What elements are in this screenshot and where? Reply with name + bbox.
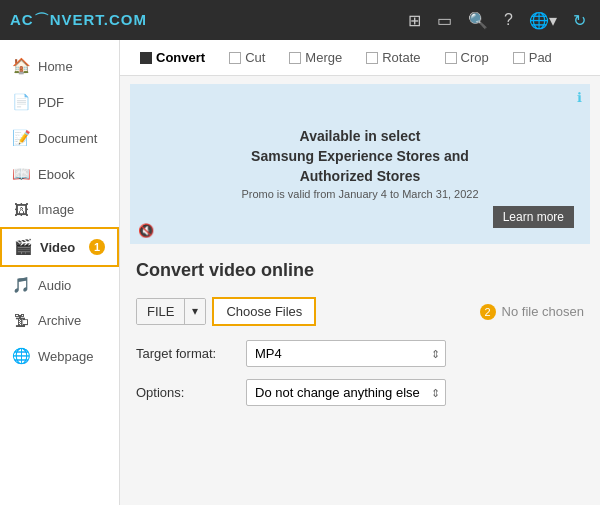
tab-crop[interactable]: Crop — [435, 46, 499, 69]
ebook-icon: 📖 — [12, 165, 30, 183]
page-title: Convert video online — [136, 260, 584, 281]
logo-text-ac: AC — [10, 11, 34, 28]
sidebar-item-pdf[interactable]: 📄 PDF — [0, 84, 119, 120]
file-btn-group: FILE ▾ — [136, 298, 206, 325]
sidebar-item-image[interactable]: 🖼 Image — [0, 192, 119, 227]
logo-wave: ⌒ — [34, 11, 50, 28]
site-logo: AC⌒NVERT.COM — [10, 11, 147, 30]
choose-files-button[interactable]: Choose Files — [212, 297, 316, 326]
tab-rotate[interactable]: Rotate — [356, 46, 430, 69]
sidebar-item-audio[interactable]: 🎵 Audio — [0, 267, 119, 303]
ad-subtitle: Promo is valid from January 4 to March 3… — [241, 188, 478, 200]
sidebar-item-label: Audio — [38, 278, 71, 293]
ad-learn-more-button[interactable]: Learn more — [493, 206, 574, 228]
sidebar-item-ebook[interactable]: 📖 Ebook — [0, 156, 119, 192]
tab-label-merge: Merge — [305, 50, 342, 65]
target-format-row: Target format: MP4 AVI MOV MKV WMV FLV — [136, 340, 584, 367]
target-format-label: Target format: — [136, 346, 236, 361]
sidebar-item-home[interactable]: 🏠 Home — [0, 48, 119, 84]
tab-label-pad: Pad — [529, 50, 552, 65]
search-icon[interactable]: 🔍 — [464, 9, 492, 32]
tab-label-crop: Crop — [461, 50, 489, 65]
pdf-icon: 📄 — [12, 93, 30, 111]
tab-merge[interactable]: Merge — [279, 46, 352, 69]
options-select[interactable]: Do not change anything else Custom setti… — [246, 379, 446, 406]
mobile-icon[interactable]: ▭ — [433, 9, 456, 32]
help-icon[interactable]: ? — [500, 9, 517, 31]
sidebar-item-label: Webpage — [38, 349, 93, 364]
home-icon: 🏠 — [12, 57, 30, 75]
ad-content: Available in select Samsung Experience S… — [241, 128, 478, 200]
tab-cut[interactable]: Cut — [219, 46, 275, 69]
archive-icon: 🗜 — [12, 312, 30, 329]
options-select-wrapper: Do not change anything else Custom setti… — [246, 379, 446, 406]
sidebar-item-video[interactable]: 🎬 Video 1 — [0, 227, 119, 267]
sidebar-item-label: PDF — [38, 95, 64, 110]
tab-label-convert: Convert — [156, 50, 205, 65]
options-label: Options: — [136, 385, 236, 400]
sidebar-item-label: Home — [38, 59, 73, 74]
grid-icon[interactable]: ⊞ — [404, 9, 425, 32]
ad-banner: ℹ Available in select Samsung Experience… — [130, 84, 590, 244]
tab-checkbox-cut — [229, 52, 241, 64]
content-area: Convert video online FILE ▾ Choose Files… — [120, 250, 600, 428]
sidebar: 🏠 Home 📄 PDF 📝 Document 📖 Ebook 🖼 Image … — [0, 40, 120, 505]
refresh-icon[interactable]: ↻ — [569, 9, 590, 32]
tabs-bar: Convert Cut Merge Rotate Crop Pad — [120, 40, 600, 76]
ad-title-line3: Authorized Stores — [241, 168, 478, 184]
main-panel: Convert Cut Merge Rotate Crop Pad — [120, 40, 600, 505]
sidebar-item-webpage[interactable]: 🌐 Webpage — [0, 338, 119, 374]
language-icon[interactable]: 🌐▾ — [525, 9, 561, 32]
sidebar-item-document[interactable]: 📝 Document — [0, 120, 119, 156]
image-icon: 🖼 — [12, 201, 30, 218]
ad-title-line1: Available in select — [241, 128, 478, 144]
info-icon: ℹ — [577, 90, 582, 105]
tab-label-cut: Cut — [245, 50, 265, 65]
navbar-icons: ⊞ ▭ 🔍 ? 🌐▾ ↻ — [404, 9, 590, 32]
logo-text-nvert: NVERT.COM — [50, 11, 147, 28]
no-file-text: No file chosen — [502, 304, 584, 319]
audio-icon: 🎵 — [12, 276, 30, 294]
tab-checkbox-rotate — [366, 52, 378, 64]
tab-label-rotate: Rotate — [382, 50, 420, 65]
webpage-icon: 🌐 — [12, 347, 30, 365]
sidebar-item-label: Video — [40, 240, 75, 255]
tab-pad[interactable]: Pad — [503, 46, 562, 69]
ad-title-line2: Samsung Experience Stores and — [241, 148, 478, 164]
speaker-icon: 🔇 — [138, 223, 154, 238]
sidebar-item-archive[interactable]: 🗜 Archive — [0, 303, 119, 338]
file-row: FILE ▾ Choose Files 2 No file chosen — [136, 297, 584, 326]
target-format-select-wrapper: MP4 AVI MOV MKV WMV FLV — [246, 340, 446, 367]
tab-checkbox-merge — [289, 52, 301, 64]
options-row: Options: Do not change anything else Cus… — [136, 379, 584, 406]
navbar: AC⌒NVERT.COM ⊞ ▭ 🔍 ? 🌐▾ ↻ — [0, 0, 600, 40]
tab-convert[interactable]: Convert — [130, 46, 215, 69]
main-layout: 🏠 Home 📄 PDF 📝 Document 📖 Ebook 🖼 Image … — [0, 40, 600, 505]
tab-checkbox-convert — [140, 52, 152, 64]
sidebar-badge: 1 — [89, 239, 105, 255]
video-icon: 🎬 — [14, 238, 32, 256]
sidebar-item-label: Image — [38, 202, 74, 217]
file-dropdown-button[interactable]: ▾ — [185, 299, 205, 324]
sidebar-item-label: Ebook — [38, 167, 75, 182]
tab-checkbox-crop — [445, 52, 457, 64]
sidebar-item-label: Document — [38, 131, 97, 146]
target-format-select[interactable]: MP4 AVI MOV MKV WMV FLV — [246, 340, 446, 367]
tab-checkbox-pad — [513, 52, 525, 64]
choose-files-badge: 2 — [480, 304, 496, 320]
file-label: FILE — [137, 299, 185, 324]
document-icon: 📝 — [12, 129, 30, 147]
sidebar-item-label: Archive — [38, 313, 81, 328]
